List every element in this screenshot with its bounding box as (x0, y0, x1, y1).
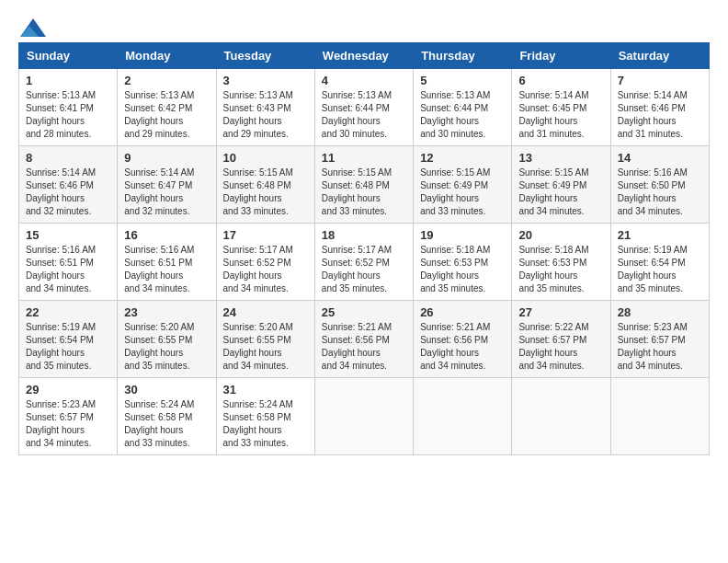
day-number: 2 (124, 74, 209, 87)
day-number: 20 (518, 228, 603, 242)
weekday-header-tuesday: Tuesday (216, 43, 314, 69)
day-info: Sunrise: 5:13 AMSunset: 6:44 PMDaylight … (322, 90, 392, 139)
calendar-cell: 1 Sunrise: 5:13 AMSunset: 6:41 PMDayligh… (19, 69, 118, 146)
calendar-cell: 5 Sunrise: 5:13 AMSunset: 6:44 PMDayligh… (414, 69, 512, 146)
day-info: Sunrise: 5:24 AMSunset: 6:58 PMDaylight … (223, 399, 293, 448)
day-number: 13 (518, 151, 603, 165)
day-info: Sunrise: 5:15 AMSunset: 6:49 PMDaylight … (518, 167, 588, 216)
day-info: Sunrise: 5:14 AMSunset: 6:45 PMDaylight … (518, 90, 588, 139)
day-info: Sunrise: 5:13 AMSunset: 6:44 PMDaylight … (420, 90, 490, 139)
day-number: 27 (518, 305, 603, 319)
week-row-4: 22 Sunrise: 5:19 AMSunset: 6:54 PMDaylig… (19, 301, 710, 378)
day-number: 23 (124, 305, 209, 319)
day-number: 18 (322, 228, 406, 242)
calendar-cell (414, 378, 512, 455)
calendar-cell: 4 Sunrise: 5:13 AMSunset: 6:44 PMDayligh… (314, 69, 413, 146)
day-number: 31 (223, 383, 308, 396)
calendar-cell: 9 Sunrise: 5:14 AMSunset: 6:47 PMDayligh… (118, 146, 216, 224)
week-row-3: 15 Sunrise: 5:16 AMSunset: 6:51 PMDaylig… (19, 224, 710, 301)
calendar-cell: 26 Sunrise: 5:21 AMSunset: 6:56 PMDaylig… (414, 301, 512, 378)
day-info: Sunrise: 5:18 AMSunset: 6:53 PMDaylight … (518, 245, 588, 293)
day-number: 9 (124, 151, 209, 165)
day-number: 16 (124, 228, 209, 242)
day-number: 6 (518, 74, 603, 87)
week-row-5: 29 Sunrise: 5:23 AMSunset: 6:57 PMDaylig… (19, 378, 710, 455)
weekday-header-thursday: Thursday (414, 43, 512, 69)
calendar-cell: 11 Sunrise: 5:15 AMSunset: 6:48 PMDaylig… (314, 146, 413, 224)
day-number: 25 (322, 305, 406, 319)
day-info: Sunrise: 5:17 AMSunset: 6:52 PMDaylight … (223, 245, 293, 293)
calendar-cell (314, 378, 413, 455)
day-number: 7 (618, 74, 702, 87)
calendar-cell: 6 Sunrise: 5:14 AMSunset: 6:45 PMDayligh… (512, 69, 610, 146)
calendar-cell: 17 Sunrise: 5:17 AMSunset: 6:52 PMDaylig… (216, 224, 314, 301)
day-number: 1 (26, 74, 110, 87)
day-info: Sunrise: 5:14 AMSunset: 6:46 PMDaylight … (618, 90, 688, 139)
day-info: Sunrise: 5:23 AMSunset: 6:57 PMDaylight … (618, 322, 688, 371)
day-number: 12 (420, 151, 505, 165)
day-number: 15 (26, 228, 110, 242)
day-info: Sunrise: 5:15 AMSunset: 6:49 PMDaylight … (420, 167, 490, 216)
calendar-cell: 18 Sunrise: 5:17 AMSunset: 6:52 PMDaylig… (314, 224, 413, 301)
day-number: 11 (322, 151, 406, 165)
calendar-cell: 25 Sunrise: 5:21 AMSunset: 6:56 PMDaylig… (314, 301, 413, 378)
day-number: 30 (124, 383, 209, 396)
logo (18, 18, 46, 33)
day-info: Sunrise: 5:17 AMSunset: 6:52 PMDaylight … (322, 245, 392, 293)
day-info: Sunrise: 5:22 AMSunset: 6:57 PMDaylight … (518, 322, 588, 371)
calendar-cell (512, 378, 610, 455)
day-info: Sunrise: 5:20 AMSunset: 6:55 PMDaylight … (223, 322, 293, 371)
day-number: 26 (420, 305, 505, 319)
day-info: Sunrise: 5:24 AMSunset: 6:58 PMDaylight … (124, 399, 194, 448)
day-info: Sunrise: 5:16 AMSunset: 6:50 PMDaylight … (618, 167, 688, 216)
day-info: Sunrise: 5:13 AMSunset: 6:42 PMDaylight … (124, 90, 194, 139)
day-info: Sunrise: 5:21 AMSunset: 6:56 PMDaylight … (322, 322, 392, 371)
calendar-cell: 19 Sunrise: 5:18 AMSunset: 6:53 PMDaylig… (414, 224, 512, 301)
calendar-cell: 24 Sunrise: 5:20 AMSunset: 6:55 PMDaylig… (216, 301, 314, 378)
day-info: Sunrise: 5:14 AMSunset: 6:47 PMDaylight … (124, 167, 194, 216)
calendar-cell: 16 Sunrise: 5:16 AMSunset: 6:51 PMDaylig… (118, 224, 216, 301)
calendar-cell: 20 Sunrise: 5:18 AMSunset: 6:53 PMDaylig… (512, 224, 610, 301)
weekday-header-saturday: Saturday (610, 43, 709, 69)
calendar-cell: 29 Sunrise: 5:23 AMSunset: 6:57 PMDaylig… (19, 378, 118, 455)
day-number: 4 (322, 74, 406, 87)
calendar-cell: 7 Sunrise: 5:14 AMSunset: 6:46 PMDayligh… (610, 69, 709, 146)
page-header (18, 18, 710, 33)
weekday-header-monday: Monday (118, 43, 216, 69)
weekday-header-row: SundayMondayTuesdayWednesdayThursdayFrid… (19, 43, 710, 69)
day-number: 8 (26, 151, 110, 165)
week-row-2: 8 Sunrise: 5:14 AMSunset: 6:46 PMDayligh… (19, 146, 710, 224)
day-number: 17 (223, 228, 308, 242)
calendar-cell: 23 Sunrise: 5:20 AMSunset: 6:55 PMDaylig… (118, 301, 216, 378)
day-number: 24 (223, 305, 308, 319)
day-number: 19 (420, 228, 505, 242)
day-info: Sunrise: 5:18 AMSunset: 6:53 PMDaylight … (420, 245, 490, 293)
calendar-cell: 8 Sunrise: 5:14 AMSunset: 6:46 PMDayligh… (19, 146, 118, 224)
calendar-cell: 3 Sunrise: 5:13 AMSunset: 6:43 PMDayligh… (216, 69, 314, 146)
day-info: Sunrise: 5:16 AMSunset: 6:51 PMDaylight … (124, 245, 194, 293)
calendar-cell: 14 Sunrise: 5:16 AMSunset: 6:50 PMDaylig… (610, 146, 709, 224)
calendar-table: SundayMondayTuesdayWednesdayThursdayFrid… (18, 42, 710, 455)
day-info: Sunrise: 5:19 AMSunset: 6:54 PMDaylight … (618, 245, 688, 293)
day-info: Sunrise: 5:15 AMSunset: 6:48 PMDaylight … (322, 167, 392, 216)
calendar-cell: 15 Sunrise: 5:16 AMSunset: 6:51 PMDaylig… (19, 224, 118, 301)
day-number: 21 (618, 228, 702, 242)
calendar-cell: 13 Sunrise: 5:15 AMSunset: 6:49 PMDaylig… (512, 146, 610, 224)
day-info: Sunrise: 5:21 AMSunset: 6:56 PMDaylight … (420, 322, 490, 371)
day-info: Sunrise: 5:19 AMSunset: 6:54 PMDaylight … (26, 322, 96, 371)
day-info: Sunrise: 5:13 AMSunset: 6:41 PMDaylight … (26, 90, 96, 139)
calendar-cell: 10 Sunrise: 5:15 AMSunset: 6:48 PMDaylig… (216, 146, 314, 224)
calendar-cell: 2 Sunrise: 5:13 AMSunset: 6:42 PMDayligh… (118, 69, 216, 146)
day-info: Sunrise: 5:20 AMSunset: 6:55 PMDaylight … (124, 322, 194, 371)
day-number: 22 (26, 305, 110, 319)
day-info: Sunrise: 5:16 AMSunset: 6:51 PMDaylight … (26, 245, 96, 293)
calendar-cell: 30 Sunrise: 5:24 AMSunset: 6:58 PMDaylig… (118, 378, 216, 455)
calendar-cell: 21 Sunrise: 5:19 AMSunset: 6:54 PMDaylig… (610, 224, 709, 301)
week-row-1: 1 Sunrise: 5:13 AMSunset: 6:41 PMDayligh… (19, 69, 710, 146)
calendar-cell (610, 378, 709, 455)
calendar-cell: 27 Sunrise: 5:22 AMSunset: 6:57 PMDaylig… (512, 301, 610, 378)
day-number: 29 (26, 383, 110, 396)
day-number: 28 (618, 305, 702, 319)
calendar-cell: 22 Sunrise: 5:19 AMSunset: 6:54 PMDaylig… (19, 301, 118, 378)
calendar-cell: 31 Sunrise: 5:24 AMSunset: 6:58 PMDaylig… (216, 378, 314, 455)
